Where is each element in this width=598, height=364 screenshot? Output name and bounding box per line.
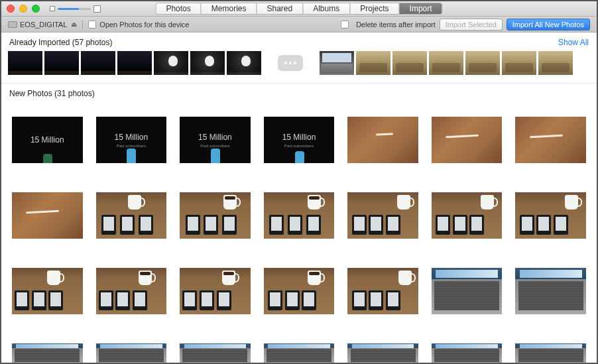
photo-thumbnail[interactable] xyxy=(515,192,586,239)
photo-thumbnail[interactable] xyxy=(96,192,167,239)
thumbnail[interactable] xyxy=(320,51,354,75)
delete-after-checkbox[interactable] xyxy=(341,21,349,29)
imported-strip xyxy=(1,51,597,84)
photo-thumbnail[interactable] xyxy=(180,343,251,363)
slide-text: 15 Million xyxy=(282,133,316,142)
photo-thumbnail[interactable] xyxy=(347,343,418,363)
new-photos-grid: 15 Million 15 MillionPaid subscribers 15… xyxy=(1,102,597,363)
tab-shared[interactable]: Shared xyxy=(256,3,302,15)
open-photos-label: Open Photos for this device xyxy=(99,21,189,29)
zoom-track[interactable] xyxy=(58,8,91,10)
slide-text: 15 Million xyxy=(198,133,232,142)
new-photos-title: New Photos (31 photos) xyxy=(9,89,95,98)
maximize-icon[interactable] xyxy=(32,5,40,13)
import-selected-button[interactable]: Import Selected xyxy=(440,19,503,30)
zoom-out-icon xyxy=(50,6,55,11)
photo-thumbnail[interactable]: 15 MillionPaid subscribers xyxy=(180,117,251,163)
photo-thumbnail[interactable] xyxy=(264,192,335,239)
thumbnail[interactable] xyxy=(154,51,188,75)
imported-title: Already Imported (57 photos) xyxy=(9,38,112,47)
separator xyxy=(82,20,83,29)
thumbnail[interactable] xyxy=(117,51,152,75)
more-icon[interactable] xyxy=(278,55,303,71)
tab-photos[interactable]: Photos xyxy=(155,3,200,15)
tab-albums[interactable]: Albums xyxy=(302,3,349,15)
thumbnail[interactable] xyxy=(44,51,79,75)
delete-after-label: Delete items after import xyxy=(356,21,436,29)
photo-thumbnail[interactable] xyxy=(12,343,83,363)
titlebar: Photos Memories Shared Albums Projects I… xyxy=(1,1,597,17)
tab-projects[interactable]: Projects xyxy=(349,3,398,15)
device-bar: EOS_DIGITAL ⏏ Open Photos for this devic… xyxy=(1,17,597,32)
photo-thumbnail[interactable] xyxy=(515,343,586,363)
thumbnail[interactable] xyxy=(8,51,42,75)
photo-thumbnail[interactable] xyxy=(180,192,251,239)
import-all-button[interactable]: Import All New Photos xyxy=(507,19,590,30)
photo-thumbnail[interactable] xyxy=(432,117,503,163)
slide-sub: Paid subscribers xyxy=(284,144,314,148)
photo-thumbnail[interactable] xyxy=(96,268,167,314)
photo-thumbnail[interactable] xyxy=(515,268,586,314)
thumbnail[interactable] xyxy=(538,51,573,75)
thumbnail[interactable] xyxy=(429,51,463,75)
photo-thumbnail[interactable] xyxy=(96,343,167,363)
photo-thumbnail[interactable] xyxy=(347,192,418,239)
tab-import[interactable]: Import xyxy=(399,3,443,15)
photo-thumbnail[interactable]: 15 MillionPaid subscribers xyxy=(264,117,335,163)
photo-thumbnail[interactable]: 15 Million xyxy=(12,117,83,163)
thumbnail[interactable] xyxy=(392,51,427,75)
photo-thumbnail[interactable] xyxy=(432,343,503,363)
photo-thumbnail[interactable]: 15 MillionPaid subscribers xyxy=(96,117,167,163)
photo-thumbnail[interactable] xyxy=(264,268,335,314)
open-photos-checkbox[interactable] xyxy=(88,21,96,29)
slide-sub: Paid subscribers xyxy=(200,144,229,148)
thumbnail[interactable] xyxy=(465,51,500,75)
thumbnail[interactable] xyxy=(190,51,225,75)
new-photos-header: New Photos (31 photos) xyxy=(1,84,597,102)
eject-icon[interactable]: ⏏ xyxy=(71,21,77,28)
device-name: EOS_DIGITAL xyxy=(20,21,67,29)
slide-text: 15 Million xyxy=(30,135,64,145)
thumbnail[interactable] xyxy=(502,51,536,75)
photo-thumbnail[interactable] xyxy=(347,268,418,314)
thumbnail[interactable] xyxy=(81,51,115,75)
imported-header: Already Imported (57 photos) Show All xyxy=(1,32,597,51)
slide-text: 15 Million xyxy=(115,133,149,142)
photo-thumbnail[interactable] xyxy=(432,192,503,239)
window-controls xyxy=(7,5,40,13)
photo-thumbnail[interactable] xyxy=(515,117,586,163)
photo-thumbnail[interactable] xyxy=(180,268,251,314)
slide-sub: Paid subscribers xyxy=(117,144,146,148)
zoom-in-icon xyxy=(93,5,101,13)
photo-thumbnail[interactable] xyxy=(347,117,418,163)
photo-thumbnail[interactable] xyxy=(432,268,503,314)
thumbnail[interactable] xyxy=(356,51,390,75)
sd-card-icon xyxy=(8,21,17,28)
zoom-slider[interactable] xyxy=(50,5,101,13)
show-all-link[interactable]: Show All xyxy=(558,38,589,47)
photo-thumbnail[interactable] xyxy=(12,268,83,314)
photo-thumbnail[interactable] xyxy=(12,192,83,239)
thumbnail[interactable] xyxy=(227,51,261,75)
tab-memories[interactable]: Memories xyxy=(201,3,257,15)
view-tabs: Photos Memories Shared Albums Projects I… xyxy=(155,3,442,15)
close-icon[interactable] xyxy=(7,5,15,13)
content-area[interactable]: Already Imported (57 photos) Show All Ne… xyxy=(1,32,597,363)
photo-thumbnail[interactable] xyxy=(264,343,335,363)
minimize-icon[interactable] xyxy=(19,5,27,13)
